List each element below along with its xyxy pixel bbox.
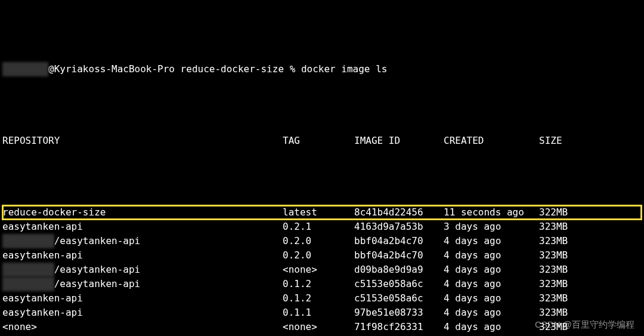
header-imageid: IMAGE ID bbox=[354, 134, 444, 148]
cell-repo: easytanken-api bbox=[2, 248, 283, 263]
terminal[interactable]: xxxxxxxx @Kyriakoss-MacBook-Pro reduce-d… bbox=[2, 5, 642, 336]
cell-repo: reduce-docker-size bbox=[2, 205, 283, 220]
cell-created: 4 days ago bbox=[444, 234, 539, 248]
cell-size: 323MB bbox=[539, 248, 642, 263]
cell-repo: xxxxxxxxx/easytanken-api bbox=[2, 277, 283, 291]
cell-id: d09ba8e9d9a9 bbox=[354, 263, 444, 277]
docker-row: xxxxxxxxx/easytanken-api<none>d09ba8e9d9… bbox=[2, 263, 642, 277]
cell-created: 4 days ago bbox=[444, 263, 539, 277]
docker-row: easytanken-api0.1.2c5153e058a6c4 days ag… bbox=[2, 291, 642, 306]
redacted-user: xxxxxxxx bbox=[2, 62, 48, 76]
cell-id: 8c41b4d22456 bbox=[354, 205, 444, 220]
docker-row: reduce-docker-sizelatest8c41b4d2245611 s… bbox=[2, 205, 642, 220]
cell-size: 322MB bbox=[539, 205, 642, 220]
prompt-host: @Kyriakoss-MacBook-Pro reduce-docker-siz… bbox=[48, 62, 301, 76]
cell-id: 4163d9a7a53b bbox=[354, 220, 444, 234]
cell-size: 323MB bbox=[539, 220, 642, 234]
cell-repo: easytanken-api bbox=[2, 291, 283, 306]
docker-row: easytanken-api0.2.14163d9a7a53b3 days ag… bbox=[2, 220, 642, 234]
cell-tag: <none> bbox=[283, 263, 354, 277]
docker-row: easytanken-api0.2.0bbf04a2b4c704 days ag… bbox=[2, 248, 642, 263]
redacted-prefix: xxxxxxxxx bbox=[2, 263, 54, 277]
redacted-prefix: xxxxxxxxx bbox=[2, 277, 54, 291]
redacted-prefix: xxxxxxxxx bbox=[2, 234, 54, 248]
cell-tag: latest bbox=[283, 205, 354, 220]
cell-created: 4 days ago bbox=[444, 306, 539, 320]
header-tag: TAG bbox=[283, 134, 354, 148]
cell-repo: xxxxxxxxx/easytanken-api bbox=[2, 234, 283, 248]
cell-size: 323MB bbox=[539, 291, 642, 306]
cell-created: 4 days ago bbox=[444, 320, 539, 334]
cell-tag: 0.1.2 bbox=[283, 277, 354, 291]
docker-table-header: REPOSITORY TAG IMAGE ID CREATED SIZE bbox=[2, 134, 642, 148]
header-created: CREATED bbox=[444, 134, 539, 148]
cell-repo: easytanken-api bbox=[2, 220, 283, 234]
cell-id: bbf04a2b4c70 bbox=[354, 248, 444, 263]
cell-repo: <none> bbox=[2, 320, 283, 334]
command-docker-ls: docker image ls bbox=[301, 62, 388, 76]
cell-id: 71f98cf26331 bbox=[354, 320, 444, 334]
prompt-line: xxxxxxxx @Kyriakoss-MacBook-Pro reduce-d… bbox=[2, 62, 642, 76]
docker-row: xxxxxxxxx/easytanken-api0.2.0bbf04a2b4c7… bbox=[2, 234, 642, 248]
cell-size: 323MB bbox=[539, 234, 642, 248]
header-size: SIZE bbox=[539, 134, 642, 148]
header-repo: REPOSITORY bbox=[2, 134, 283, 148]
cell-id: c5153e058a6c bbox=[354, 291, 444, 306]
cell-tag: 0.2.0 bbox=[283, 234, 354, 248]
cell-tag: <none> bbox=[283, 320, 354, 334]
cell-repo: xxxxxxxxx/easytanken-api bbox=[2, 263, 283, 277]
cell-id: bbf04a2b4c70 bbox=[354, 234, 444, 248]
cell-created: 4 days ago bbox=[444, 248, 539, 263]
cell-tag: 0.2.1 bbox=[283, 220, 354, 234]
cell-id: 97be51e08733 bbox=[354, 306, 444, 320]
cell-created: 4 days ago bbox=[444, 291, 539, 306]
cell-created: 11 seconds ago bbox=[444, 205, 539, 220]
cell-repo: easytanken-api bbox=[2, 306, 283, 320]
cell-size: 323MB bbox=[539, 277, 642, 291]
cell-tag: 0.2.0 bbox=[283, 248, 354, 263]
cell-id: c5153e058a6c bbox=[354, 277, 444, 291]
docker-row: xxxxxxxxx/easytanken-api0.1.2c5153e058a6… bbox=[2, 277, 642, 291]
cell-tag: 0.1.2 bbox=[283, 291, 354, 306]
cell-created: 3 days ago bbox=[444, 220, 539, 234]
cell-tag: 0.1.1 bbox=[283, 306, 354, 320]
watermark: CSDN @百里守约学编程 bbox=[535, 318, 634, 332]
cell-size: 323MB bbox=[539, 263, 642, 277]
cell-created: 4 days ago bbox=[444, 277, 539, 291]
